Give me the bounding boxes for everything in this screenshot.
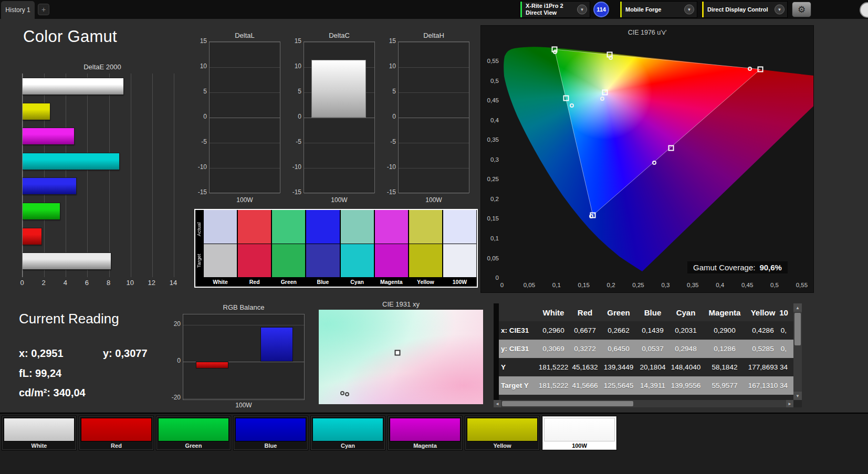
table-cell: 139,9556 — [669, 376, 703, 395]
marker-square — [602, 90, 608, 96]
table-header-cell: Blue — [636, 303, 669, 321]
scroll-left-arrow[interactable]: ◄ — [494, 400, 501, 407]
actual-row-label: Actual — [196, 213, 203, 246]
table-row[interactable]: Y181,522245,1632139,344920,1804148,40405… — [499, 358, 802, 376]
deltac-y-axis: 151050-5-10-15 — [286, 41, 301, 193]
patch-swatch — [158, 418, 229, 441]
gridline — [131, 73, 131, 277]
patch-button-magenta[interactable]: Magenta — [388, 416, 463, 450]
source-status-bar — [620, 2, 622, 17]
table-cell: 125,5645 — [601, 376, 636, 395]
axis-tick-label: -20 — [172, 394, 181, 401]
actual-target-swatches: Actual Target WhiteRedGreenBlueCyanMagen… — [194, 209, 478, 288]
table-row[interactable]: Target Y181,522241,5666125,564514,391113… — [499, 376, 802, 395]
deltae-bar-green — [23, 203, 60, 220]
axis-tick-label: 0 — [177, 357, 181, 364]
deltal-x-label: 100W — [209, 196, 280, 204]
cie1976-diagram: 0,550,50,450,40,350,30,250,20,150,10,050… — [480, 25, 814, 293]
axis-tick-label: 0 — [392, 113, 396, 120]
meter-dropdown[interactable]: X-Rite i1Pro 2 Direct View ▼ — [520, 1, 590, 18]
results-table: WhiteRedGreenBlueCyanMagentaYellow10 x: … — [494, 303, 802, 407]
table-cell: 14,3911 — [636, 376, 669, 395]
patch-swatch — [235, 418, 306, 441]
patch-button-cyan[interactable]: Cyan — [310, 416, 385, 450]
axis-tick-label: -10 — [198, 163, 207, 171]
marker-circle — [340, 391, 344, 395]
table-cell: 0,2900 — [703, 321, 747, 340]
scroll-up-arrow[interactable]: ▲ — [793, 303, 802, 312]
table-vertical-scrollbar[interactable]: ▲ ▼ — [793, 303, 802, 400]
chevron-down-icon[interactable]: ▼ — [775, 5, 785, 15]
horizontal-scroll-thumb[interactable] — [502, 401, 633, 406]
patch-label: Cyan — [311, 443, 385, 449]
patch-button-yellow[interactable]: Yellow — [465, 416, 540, 450]
table-cell: 148,4040 — [669, 358, 703, 376]
patch-label: Red — [79, 443, 153, 449]
marker-circle — [345, 392, 349, 396]
table-row-label: x: CIE31 — [499, 321, 538, 340]
settings-button[interactable]: ⚙ — [792, 2, 811, 17]
swatch-actual — [409, 210, 442, 244]
vertical-scroll-thumb[interactable] — [794, 313, 801, 345]
tab-history-1[interactable]: History 1 — [1, 1, 35, 19]
deltah-plot — [398, 41, 469, 193]
gridline — [210, 143, 280, 143]
table-row[interactable]: y: CIE310,30690,32720,64500,05370,29480,… — [499, 340, 802, 358]
patch-button-100w[interactable]: 100W — [542, 416, 617, 450]
table-cell: 0, — [779, 340, 788, 358]
table-cell: 0,6677 — [569, 321, 601, 340]
patch-button-red[interactable]: Red — [79, 416, 154, 450]
window-control-button[interactable] — [860, 2, 868, 18]
gridline — [152, 73, 153, 277]
patch-button-blue[interactable]: Blue — [233, 416, 308, 450]
deltah-title: DeltaH — [398, 31, 469, 39]
marker-square — [668, 145, 674, 151]
table-cell: 0,0537 — [636, 340, 669, 358]
deltah-chart: DeltaH 151050-5-10-15 100W — [398, 33, 469, 206]
display-control-dropdown[interactable]: Direct Display Control ▼ — [702, 1, 788, 18]
table-cell: 34 — [779, 376, 788, 395]
patch-swatch — [312, 418, 383, 441]
patch-button-white[interactable]: White — [2, 416, 77, 450]
swatch-actual — [204, 210, 237, 244]
deltah-x-label: 100W — [398, 196, 469, 204]
swatch-label: Yellow — [409, 278, 442, 287]
table-header-cell: Yellow — [747, 303, 779, 321]
marker-circle — [570, 103, 574, 108]
axis-tick-label: 15 — [200, 37, 207, 45]
patch-label: Blue — [234, 443, 308, 449]
scroll-down-arrow[interactable]: ▼ — [793, 392, 802, 400]
gridline — [210, 92, 280, 93]
gridline — [174, 73, 174, 277]
swatch-target — [341, 244, 374, 278]
patch-label: White — [2, 443, 76, 449]
swatch-row-labels: Actual Target — [195, 210, 203, 287]
chevron-down-icon[interactable]: ▼ — [684, 5, 694, 15]
table-horizontal-scrollbar[interactable]: ◄ ► — [494, 400, 793, 407]
axis-tick-label: 2 — [42, 279, 46, 287]
add-tab-button[interactable]: + — [38, 4, 49, 15]
table-cell: 181,5222 — [538, 358, 569, 376]
axis-tick-label: 0 — [298, 113, 301, 120]
table-corner-cell — [499, 303, 538, 321]
table-cell: 181,5222 — [538, 376, 569, 395]
gridline — [399, 193, 469, 194]
gridline — [87, 73, 88, 277]
gridline — [399, 67, 469, 68]
pattern-source-dropdown[interactable]: Mobile Forge ▼ — [620, 1, 697, 18]
patch-button-green[interactable]: Green — [156, 416, 231, 450]
marker-circle — [652, 161, 656, 165]
reading-x-value: x: 0,2951 — [19, 347, 64, 360]
axis-tick-label: -15 — [198, 188, 207, 196]
rgb-balance-y-axis: 200-20 — [164, 314, 181, 400]
meter-count-badge[interactable]: 114 — [593, 2, 609, 17]
table-row[interactable]: x: CIE310,29600,66770,26620,14390,20310,… — [499, 321, 802, 340]
swatch-label: Blue — [306, 278, 339, 287]
deltac-title: DeltaC — [304, 31, 375, 39]
patch-swatch — [81, 418, 152, 441]
chevron-down-icon[interactable]: ▼ — [577, 5, 587, 15]
table-cell: 167,1310 — [747, 376, 779, 395]
axis-tick-label: 8 — [107, 279, 110, 287]
axis-tick-label: -5 — [390, 138, 396, 145]
scroll-right-arrow[interactable]: ► — [786, 400, 793, 407]
